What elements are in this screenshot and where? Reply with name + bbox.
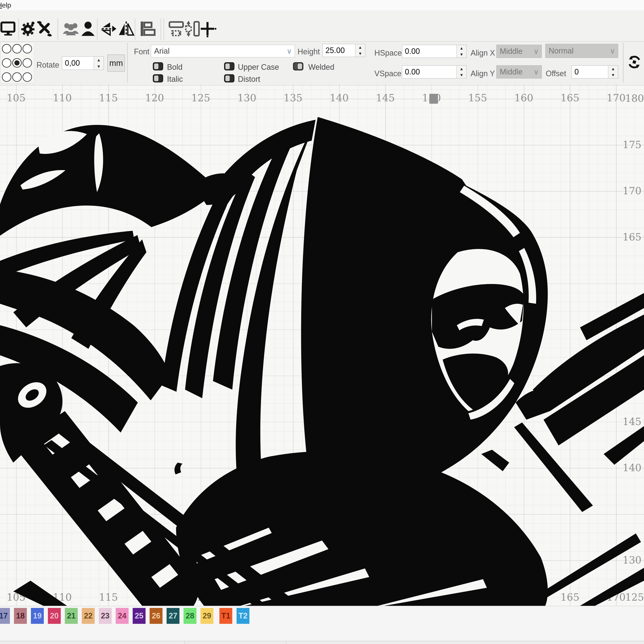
gear-icon[interactable] [20, 21, 36, 38]
height-spinner[interactable]: ▲▼ [355, 44, 365, 57]
palette-swatch-26[interactable]: 26 [150, 608, 163, 624]
font-value: Arial [154, 47, 170, 56]
ruler-tick-label: 165 [560, 92, 579, 104]
ruler-tick-label: 175 [623, 139, 641, 150]
palette-swatch-22[interactable]: 22 [82, 608, 95, 624]
group-icon[interactable] [62, 21, 79, 38]
canvas-artwork [0, 84, 644, 606]
hspace-label: HSpace [374, 49, 402, 58]
ruler-tick-label: 160 [514, 92, 533, 104]
align-y-dropdown[interactable]: Middle ∨ [496, 65, 542, 79]
distort-label: Distort [238, 75, 260, 84]
tools-icon[interactable] [35, 20, 54, 38]
palette-swatch-29[interactable]: 29 [200, 608, 213, 624]
palette-swatch-28[interactable]: 28 [184, 608, 196, 624]
ruler-tick-label: 110 [53, 92, 72, 104]
toolbar [0, 10, 644, 42]
align-left-icon[interactable] [139, 20, 157, 38]
ruler-tick-label: 145 [376, 591, 395, 603]
status-separator [185, 641, 185, 644]
anchor-middle-left[interactable] [2, 58, 11, 68]
ninja-hood [161, 117, 548, 493]
welded-toggle[interactable] [293, 62, 303, 70]
palette-swatch-T1[interactable]: T1 [219, 608, 232, 624]
ruler-tick-label: 165 [560, 591, 579, 603]
anchor-top-center[interactable] [12, 44, 22, 53]
align-y-value: Middle [500, 67, 522, 76]
palette-swatch-label: 19 [33, 611, 42, 620]
ruler-tick-label: 130 [237, 591, 256, 603]
offset-input[interactable] [572, 66, 608, 78]
ruler-tick-label: 140 [623, 462, 641, 474]
height-input[interactable] [323, 44, 355, 57]
ruler-axis-top-label: 180 [625, 93, 644, 104]
font-label: Font [134, 47, 149, 56]
person-icon[interactable] [80, 20, 96, 38]
refresh-icon[interactable] [627, 55, 641, 70]
flip-vertical-icon[interactable] [100, 20, 118, 38]
menu-help[interactable]: Help [0, 1, 11, 9]
resize-width-icon[interactable] [168, 20, 185, 38]
monitor-icon[interactable] [0, 21, 16, 37]
palette-swatch-23[interactable]: 23 [99, 608, 112, 624]
menu-bar: Help [0, 0, 644, 10]
hspace-spinner[interactable]: ▲▼ [456, 45, 466, 58]
upper-case-toggle[interactable] [224, 62, 234, 70]
ninja-arm-folds [0, 231, 170, 433]
offset-label: Offset [546, 69, 566, 78]
palette-swatch-label: 28 [186, 611, 194, 620]
toolbar-separator [161, 18, 161, 40]
offset-spinner[interactable]: ▲▼ [608, 66, 618, 78]
ruler-tick-label: 170 [623, 185, 641, 197]
toolbar-separator [164, 18, 164, 40]
palette-swatch-27[interactable]: 27 [167, 608, 179, 624]
rotate-input[interactable] [62, 57, 94, 70]
ninja-face [431, 249, 524, 420]
anchor-top-right[interactable] [23, 44, 32, 53]
palette-swatch-19[interactable]: 19 [31, 608, 44, 624]
vspace-input[interactable] [402, 66, 456, 78]
ruler-tick-label: 145 [376, 92, 395, 104]
flip-horizontal-icon[interactable] [118, 20, 135, 38]
align-x-dropdown[interactable]: Middle ∨ [496, 45, 542, 58]
rotate-spinner[interactable]: ▲▼ [94, 57, 103, 70]
status-separator [286, 641, 286, 644]
selection-handle[interactable] [429, 94, 438, 104]
status-bar [0, 641, 644, 644]
hspace-field: ▲▼ [402, 45, 467, 58]
distort-toggle[interactable] [224, 74, 234, 82]
ruler-tick-label: 125 [191, 591, 210, 603]
style-dropdown[interactable]: Normal ∨ [545, 44, 618, 58]
ninja-fist [0, 125, 247, 236]
anchor-bottom-left[interactable] [2, 72, 11, 82]
palette-swatch-label: 20 [50, 611, 59, 620]
anchor-bottom-right[interactable] [23, 72, 32, 82]
hspace-input[interactable] [402, 45, 456, 58]
vspace-spinner[interactable]: ▲▼ [456, 66, 466, 78]
font-dropdown[interactable]: Arial ∨ [151, 45, 295, 58]
bold-toggle[interactable] [153, 62, 163, 70]
palette-swatch-label: T2 [238, 611, 248, 620]
italic-toggle[interactable] [153, 74, 163, 82]
ruler-tick-label: 155 [468, 92, 487, 104]
palette-swatch-20[interactable]: 20 [48, 608, 61, 624]
chevron-down-icon: ∨ [533, 47, 539, 56]
vspace-field: ▲▼ [402, 65, 467, 79]
palette-swatch-17[interactable]: 17 [0, 608, 10, 624]
palette-swatch-21[interactable]: 21 [65, 608, 78, 624]
anchor-middle-center[interactable] [12, 58, 22, 68]
palette-swatch-T2[interactable]: T2 [237, 608, 249, 624]
palette-swatch-18[interactable]: 18 [14, 608, 27, 624]
palette-swatch-label: T1 [221, 611, 230, 620]
anchor-top-left[interactable] [2, 44, 11, 53]
anchor-bottom-center[interactable] [12, 72, 22, 82]
design-canvas[interactable]: 1051101151201251301351401451501551601651… [0, 84, 644, 606]
anchor-middle-right[interactable] [23, 58, 32, 68]
palette-swatch-24[interactable]: 24 [116, 608, 129, 624]
rotate-label: Rotate [36, 61, 59, 70]
unit-button[interactable]: mm [107, 55, 125, 72]
center-position-icon[interactable] [199, 20, 217, 38]
palette-swatch-25[interactable]: 25 [133, 608, 146, 624]
palette-swatch-label: 23 [101, 611, 109, 620]
toolbar-separator [135, 18, 135, 40]
